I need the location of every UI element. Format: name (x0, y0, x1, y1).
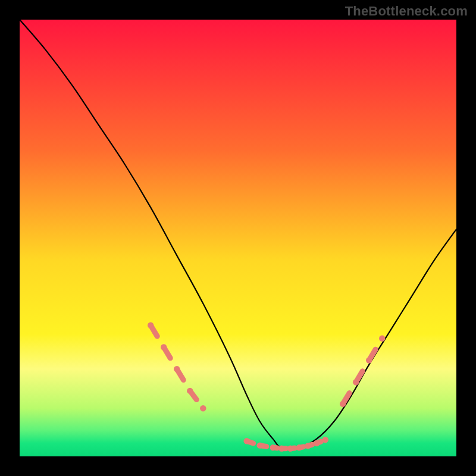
highlight-dash (260, 446, 267, 447)
highlight-dash (343, 393, 349, 404)
highlight-dash (317, 441, 321, 443)
chart-frame: TheBottleneck.com (0, 0, 476, 476)
plot-area (20, 20, 456, 456)
highlight-dot (379, 336, 385, 342)
highlight-dash (273, 447, 277, 448)
highlight-dot (200, 405, 206, 411)
highlight-dash (164, 347, 170, 358)
highlight-dash (369, 349, 375, 360)
curve-svg (20, 20, 456, 456)
highlight-dash (299, 447, 303, 447)
highlight-dash (290, 448, 295, 449)
highlight-dash (356, 371, 362, 382)
highlight-dot (322, 437, 328, 443)
highlight-dash (308, 444, 312, 446)
highlight-dots-group (148, 322, 385, 452)
highlight-dash (151, 325, 157, 336)
bottleneck-curve (20, 20, 456, 449)
highlight-dash (177, 369, 183, 380)
highlight-dash (190, 391, 196, 400)
highlight-dash (247, 441, 253, 443)
watermark-text: TheBottleneck.com (345, 4, 468, 19)
